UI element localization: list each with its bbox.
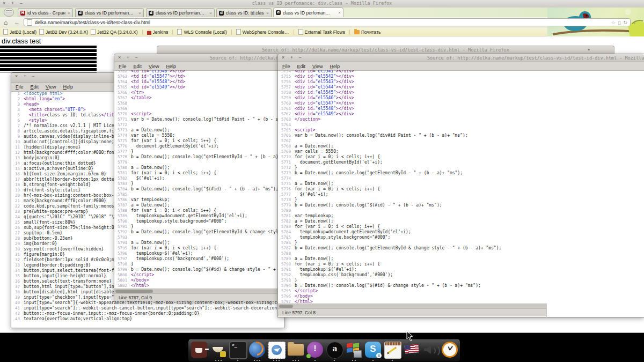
menu-edit[interactable]: Edit xyxy=(134,64,142,69)
download-arrow-icon[interactable]: ↓ xyxy=(633,19,636,25)
code-line: 5789a = Date.now(); xyxy=(278,256,644,262)
code-line: 5782 $('#el'+i); xyxy=(114,176,279,181)
menu-edit[interactable]: Edit xyxy=(297,64,306,69)
tab-close-icon[interactable]: × xyxy=(68,11,70,16)
background-source-window-titlebar[interactable]: Source of: http://delka.name/markup/test… xyxy=(157,46,614,54)
menu-bar[interactable]: FileEditViewHelp xyxy=(278,62,644,71)
tab-2[interactable]: dclass vs ID performan…× xyxy=(75,8,144,17)
winvm-dock-icon[interactable] xyxy=(345,341,363,361)
tab-favicon: H xyxy=(20,11,25,16)
code-line: 5762<div id="el5549"></div> xyxy=(278,112,644,117)
firefox-dock-icon[interactable] xyxy=(248,341,266,361)
notes-dock-icon[interactable] xyxy=(383,341,401,361)
code-line: 5757<div id="el5544"></div> xyxy=(278,85,644,90)
url-bar[interactable]: delka.name/markup/test/class-vs-id/test-… xyxy=(24,18,631,26)
code-line: 5762<td id="el5546"></td> xyxy=(114,70,279,74)
code-line: 5791} xyxy=(114,224,279,230)
tab-1[interactable]: Hid vs class - Страниц…× xyxy=(18,8,73,17)
code-line: 5768 xyxy=(114,101,279,106)
menu-view[interactable]: View xyxy=(312,64,323,69)
menu-edit[interactable]: Edit xyxy=(31,84,39,90)
code-view[interactable]: 5754<div id="el5541"></div>5755<div id="… xyxy=(278,70,644,305)
code-line: 5763</section> xyxy=(278,117,644,122)
home-icon[interactable]: ⌂ xyxy=(4,19,8,26)
tab-close-icon[interactable]: × xyxy=(338,10,341,15)
clock-dock-icon[interactable] xyxy=(441,341,459,361)
tab-label: class vs ID performan… xyxy=(156,10,207,16)
thunderbird-dock-icon[interactable] xyxy=(267,341,286,361)
code-line: 5802</html> xyxy=(114,283,279,289)
back-icon[interactable]: ← xyxy=(14,19,20,25)
shield-icon[interactable]: ▯ xyxy=(618,20,621,25)
tab-label: class vs ID performan… xyxy=(85,10,136,16)
code-line: 5771var b = Date.now(); console.log("td#… xyxy=(114,117,279,122)
tab-close-icon[interactable]: × xyxy=(138,11,141,16)
code-line: 5779b = Date.now(); console.log("$(#id) … xyxy=(278,203,644,208)
site-identity-icon[interactable] xyxy=(27,19,32,26)
folder-dock-icon[interactable] xyxy=(287,341,305,361)
bookmark-item[interactable]: JetB2 Dev (3.24.0.X) xyxy=(39,29,88,35)
scrollbar-thumb[interactable] xyxy=(279,305,293,308)
terminal-icon xyxy=(229,341,247,359)
code-line: 5777} xyxy=(114,149,279,154)
code-view[interactable]: 5762<td id="el5546"></td>5763<td id="el5… xyxy=(114,70,279,289)
menu-file[interactable]: File xyxy=(282,64,290,69)
skype-dock-icon[interactable] xyxy=(364,341,382,361)
menu-bar[interactable]: FileEditViewHelp xyxy=(114,62,279,71)
page-icon xyxy=(298,29,303,35)
code-line: 5764 xyxy=(278,122,644,128)
menu-view[interactable]: View xyxy=(149,64,159,69)
menu-help[interactable]: Help xyxy=(330,64,340,69)
firefox-app-menu-button[interactable] xyxy=(4,8,14,17)
tab-3[interactable]: dclass vs ID performan…× xyxy=(146,8,215,17)
reload-icon[interactable]: ↻ xyxy=(623,20,627,25)
source-window-td-id[interactable]: × + − Source of: http://delka.na FileEdi… xyxy=(114,54,279,301)
source-window-div-id[interactable]: × + − Source of: http://delka.name/marku… xyxy=(277,54,644,317)
scrollbar-thumb[interactable] xyxy=(115,290,153,293)
thunderbird-icon xyxy=(268,342,286,359)
bookmark-item[interactable]: WebSphere Console… xyxy=(236,29,289,35)
url-text[interactable]: delka.name/markup/test/class-vs-id/test-… xyxy=(35,20,608,25)
code-line: 5773b = Date.now(); console.log("getElem… xyxy=(278,171,644,176)
bookmark-star-icon[interactable]: ☆ xyxy=(611,20,615,25)
bookmark-item[interactable]: External Task Flows xyxy=(298,29,345,35)
tab-favicon: d xyxy=(276,10,281,15)
running-indicator-dots xyxy=(325,360,343,361)
menu-file[interactable]: File xyxy=(119,64,127,69)
window-controls[interactable]: × + − xyxy=(118,55,140,60)
tea-dock-icon[interactable] xyxy=(209,341,228,361)
tab-4[interactable]: dclass vs ID: td.class× xyxy=(216,8,272,17)
acircle-dock-icon[interactable] xyxy=(325,341,343,361)
menu-file[interactable]: File xyxy=(16,84,24,90)
menu-help[interactable]: Help xyxy=(63,84,73,90)
tab-label: class vs ID: td.class xyxy=(226,10,264,16)
bookmark-item[interactable]: Jenkins xyxy=(147,29,169,35)
code-line: 5789 tempLookup=document.getElementById(… xyxy=(114,213,279,219)
code-line: 5778b = Date.now(); console.log("getElem… xyxy=(114,154,279,160)
tab-5[interactable]: dclass vs ID perfoman…× xyxy=(273,8,343,17)
tab-close-icon[interactable]: × xyxy=(209,11,212,16)
code-line: 5798} xyxy=(114,262,279,267)
menu-help[interactable]: Help xyxy=(166,64,176,69)
separator xyxy=(294,29,294,35)
code-line: 5793 xyxy=(114,235,279,240)
bookmark-item[interactable]: JetB2 QA (3.24.0.X) xyxy=(91,29,138,35)
firefox-window-controls[interactable]: × + − xyxy=(3,1,25,6)
bookmark-item[interactable]: Почитать xyxy=(354,29,381,35)
bookmark-item[interactable]: WLS Console (Local) xyxy=(177,29,226,35)
terminal-dock-icon[interactable] xyxy=(229,341,247,361)
code-line: 5773a = Date.now(); xyxy=(114,128,279,133)
window-titlebar[interactable]: × + − Source of: http://delka.na xyxy=(114,54,279,62)
code-line: 5755<div id="el5542"></div> xyxy=(278,74,644,79)
bookmark-item[interactable]: JetB2 (Local) xyxy=(3,29,36,35)
window-controls[interactable]: × + − xyxy=(282,55,304,60)
coffee-dock-icon[interactable] xyxy=(190,341,208,361)
code-line: 5785 xyxy=(114,192,279,197)
chat-dock-icon[interactable] xyxy=(306,341,324,361)
window-controls[interactable]: × + − xyxy=(15,73,37,79)
tab-close-icon[interactable]: × xyxy=(266,11,269,16)
chevron-down-icon[interactable]: ▾ xyxy=(588,48,590,52)
menu-view[interactable]: View xyxy=(46,84,56,90)
volume-dock-icon[interactable] xyxy=(422,341,440,361)
window-titlebar[interactable]: × + − Source of: http://delka.name/marku… xyxy=(278,54,644,62)
